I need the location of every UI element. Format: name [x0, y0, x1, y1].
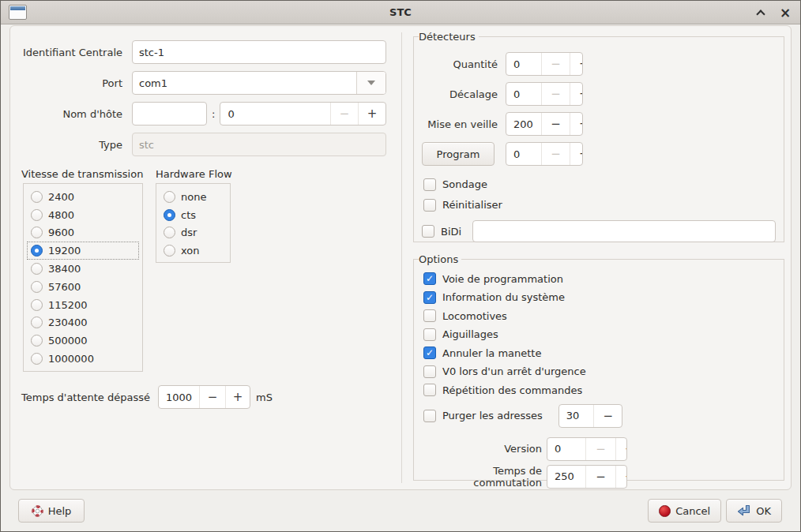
checkbox-voie-de-programmation[interactable]: ✓ Voie de programmation [423, 271, 774, 287]
increment-button[interactable]: + [570, 53, 583, 75]
host-port-spinner[interactable]: 0 − + [220, 102, 386, 126]
decrement-button[interactable]: − [541, 53, 570, 75]
commutation-value: 250 [547, 466, 585, 488]
checkbox-label: Annuler la manette [442, 347, 541, 359]
radio-option-1000000[interactable]: 1000000 [27, 350, 139, 368]
checkbox-purger-les-adresses[interactable]: ✓ Purger les adresses 30 − + [423, 404, 774, 428]
checkbox-bidi[interactable]: ✓ BiDi [422, 223, 461, 240]
checkbox-repetition-des-commandes[interactable]: ✓ Répétition des commandes [423, 382, 774, 399]
radio-option-none[interactable]: none [160, 188, 227, 206]
decrement-button[interactable]: − [585, 466, 615, 488]
cancel-stop-icon [659, 505, 671, 517]
checkbox-annuler-la-manette[interactable]: ✓ Annuler la manette [423, 345, 774, 362]
help-button[interactable]: Help [18, 499, 85, 523]
version-row: Version 0 − + [422, 437, 776, 461]
radio-option-57600[interactable]: 57600 [27, 278, 139, 296]
radio-label: xon [181, 245, 200, 257]
radio-icon [31, 353, 43, 365]
version-spinner[interactable]: 0 − + [547, 437, 627, 461]
host-port-separator: : [212, 108, 215, 120]
radio-label: 2400 [48, 191, 74, 203]
radio-option-2400[interactable]: 2400 [27, 188, 139, 206]
radio-option-4800[interactable]: 4800 [27, 206, 139, 224]
checkbox-label: Voie de programmation [442, 273, 563, 285]
sleep-spinner[interactable]: 200 − + [506, 112, 583, 136]
flow-radio-group: none cts dsr xon [156, 183, 231, 263]
increment-button[interactable]: + [570, 143, 583, 165]
checkbox-v0-arret-urgence[interactable]: ✓ V0 lors d'un arrêt d'urgence [423, 363, 774, 380]
radio-label: 19200 [48, 245, 81, 257]
detectors-frame-title: Détecteurs [419, 31, 479, 43]
radio-option-19200[interactable]: 19200 [27, 242, 139, 260]
radio-icon [31, 317, 43, 328]
quantity-row: Quantité 0 − + [422, 52, 776, 76]
checkbox-box: ✓ [423, 328, 436, 341]
purge-spinner[interactable]: 30 − + [558, 404, 622, 428]
decrement-button[interactable]: − [593, 405, 622, 427]
decrement-button[interactable]: − [541, 143, 570, 165]
radio-icon [31, 335, 43, 347]
checkbox-label: Information du système [442, 291, 565, 303]
checkbox-sondage[interactable]: ✓ Sondage [423, 176, 774, 193]
checkbox-box: ✓ [423, 178, 436, 191]
radio-icon [164, 191, 175, 203]
radio-option-xon[interactable]: xon [160, 242, 227, 260]
decrement-button[interactable]: − [199, 386, 225, 408]
decrement-button[interactable]: − [541, 83, 570, 105]
radio-option-cts[interactable]: cts [160, 206, 227, 224]
radio-icon [31, 209, 43, 221]
hostname-input[interactable] [132, 102, 207, 126]
sleep-label: Mise en veille [422, 118, 498, 130]
cancel-button-label: Cancel [675, 505, 710, 517]
offset-spinner[interactable]: 0 − + [506, 82, 583, 106]
purge-value: 30 [559, 405, 593, 427]
radio-label: 500000 [48, 335, 88, 347]
decrement-button[interactable]: − [541, 113, 570, 135]
radio-option-dsr[interactable]: dsr [160, 224, 227, 242]
titlebar[interactable]: STC × [1, 1, 800, 24]
radio-option-500000[interactable]: 500000 [27, 332, 139, 350]
port-select[interactable]: com1 [132, 71, 386, 95]
checkbox-reinitialiser[interactable]: ✓ Réinitialiser [423, 197, 774, 213]
program-value: 0 [506, 143, 541, 165]
timeout-row: Temps d'attente dépassé 1000 − + mS [21, 385, 273, 409]
ok-button[interactable]: OK [726, 499, 782, 523]
quantity-label: Quantité [422, 58, 498, 70]
central-id-input[interactable] [132, 40, 386, 64]
radio-label: none [181, 191, 206, 203]
checkbox-information-du-systeme[interactable]: ✓ Information du système [423, 289, 774, 305]
commutation-spinner[interactable]: 250 − + [547, 465, 627, 489]
shade-button[interactable] [754, 6, 768, 20]
increment-button[interactable]: + [615, 438, 627, 460]
radio-option-115200[interactable]: 115200 [27, 296, 139, 314]
decrement-button[interactable]: − [585, 438, 615, 460]
checkbox-label: Purger les adresses [442, 410, 543, 421]
connection-section: Identifiant Centrale Port com1 Nom d'hôt… [10, 26, 401, 489]
close-button[interactable]: × [778, 6, 792, 20]
increment-button[interactable]: + [570, 113, 583, 135]
increment-button[interactable]: + [358, 103, 385, 125]
checkbox-locomotives[interactable]: ✓ Locomotives [423, 308, 774, 324]
radio-option-230400[interactable]: 230400 [27, 314, 139, 332]
cancel-button[interactable]: Cancel [648, 499, 721, 523]
timeout-spinner[interactable]: 1000 − + [158, 385, 250, 409]
increment-button[interactable]: + [615, 466, 627, 488]
quantity-spinner[interactable]: 0 − + [506, 52, 583, 76]
program-button[interactable]: Program [422, 142, 495, 166]
increment-button[interactable]: + [570, 83, 583, 105]
offset-value: 0 [506, 83, 541, 105]
radio-label: dsr [181, 227, 197, 238]
radio-icon [31, 299, 43, 311]
sleep-value: 200 [506, 113, 541, 135]
radio-option-38400[interactable]: 38400 [27, 260, 139, 278]
checkbox-aiguillages[interactable]: ✓ Aiguillages [423, 326, 774, 343]
bidi-input[interactable] [472, 220, 776, 242]
increment-button[interactable]: + [225, 386, 250, 408]
help-button-label: Help [48, 505, 72, 517]
decrement-button[interactable]: − [330, 103, 358, 125]
checkbox-label: Aiguillages [442, 328, 498, 340]
radio-label: 38400 [48, 263, 81, 275]
dropdown-arrow-button[interactable] [356, 72, 385, 94]
radio-option-9600[interactable]: 9600 [27, 224, 139, 242]
program-spinner[interactable]: 0 − + [506, 142, 583, 166]
